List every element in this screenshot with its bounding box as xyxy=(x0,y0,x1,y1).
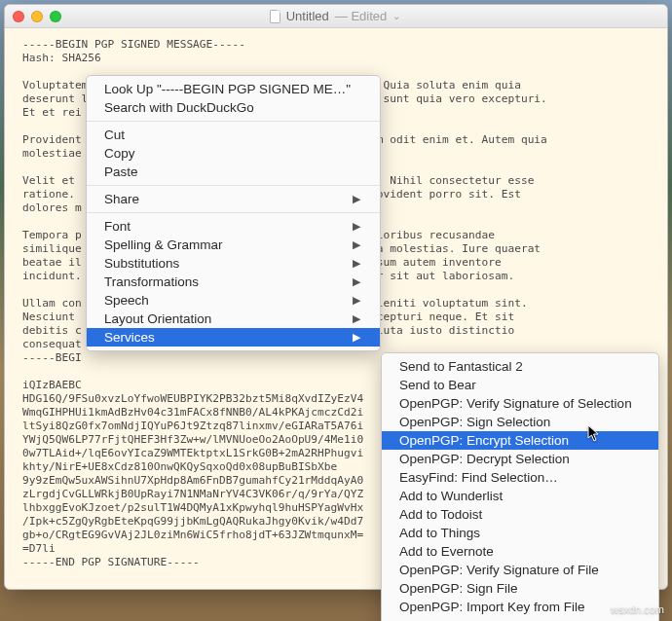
menu-substitutions[interactable]: Substitutions▶ xyxy=(87,254,380,273)
menu-paste[interactable]: Paste xyxy=(87,163,380,181)
services-item[interactable]: Add to Things xyxy=(382,524,658,542)
services-submenu: Send to Fantastical 2Send to BearOpenPGP… xyxy=(381,352,659,621)
services-item[interactable]: Add to Wunderlist xyxy=(382,487,658,505)
close-icon[interactable] xyxy=(13,11,24,22)
services-item-label: OpenPGP: Verify Signature of Selection xyxy=(399,396,632,411)
services-item[interactable]: OpenPGP: Sign Selection xyxy=(382,413,658,431)
services-item-label: OpenPGP: Encrypt Selection xyxy=(399,433,569,448)
services-item-label: OpenPGP: Verify Signature of File xyxy=(399,563,599,577)
services-item-label: Add to Todoist xyxy=(399,507,482,522)
services-item[interactable]: OpenPGP: Verify Signature of Selection xyxy=(382,394,658,413)
services-item[interactable]: OpenPGP: Sign File xyxy=(382,579,658,598)
menu-layout[interactable]: Layout Orientation▶ xyxy=(87,310,380,328)
menu-separator xyxy=(87,121,380,122)
services-item[interactable]: OpenPGP: Encrypt File xyxy=(382,616,658,621)
menu-lookup[interactable]: Look Up "-----BEGIN PGP SIGNED ME…" xyxy=(87,80,380,98)
zoom-icon[interactable] xyxy=(50,11,61,22)
services-item-label: OpenPGP: Sign File xyxy=(399,581,518,596)
services-item-label: Add to Evernote xyxy=(399,544,494,559)
chevron-down-icon[interactable]: ⌄ xyxy=(392,11,400,21)
services-item-label: OpenPGP: Decrypt Selection xyxy=(399,452,570,466)
menu-speech[interactable]: Speech▶ xyxy=(87,291,380,310)
chevron-right-icon: ▶ xyxy=(353,331,360,344)
chevron-right-icon: ▶ xyxy=(353,193,360,205)
services-item[interactable]: Send to Bear xyxy=(382,376,658,394)
menu-separator xyxy=(87,185,380,186)
services-item[interactable]: OpenPGP: Decrypt Selection xyxy=(382,450,658,468)
chevron-right-icon: ▶ xyxy=(353,238,360,251)
services-item[interactable]: EasyFind: Find Selection… xyxy=(382,468,658,487)
services-item[interactable]: OpenPGP: Verify Signature of File xyxy=(382,561,658,579)
chevron-right-icon: ▶ xyxy=(353,294,360,307)
services-item[interactable]: Add to Evernote xyxy=(382,542,658,561)
watermark: wsxdn.com xyxy=(611,603,664,615)
menu-cut[interactable]: Cut xyxy=(87,126,380,144)
document-icon xyxy=(270,10,280,23)
services-item-label: OpenPGP: Import Key from File xyxy=(399,600,585,614)
chevron-right-icon: ▶ xyxy=(353,220,360,233)
menu-search[interactable]: Search with DuckDuckGo xyxy=(87,98,380,117)
menu-separator xyxy=(87,212,380,213)
services-item[interactable]: Send to Fantastical 2 xyxy=(382,357,658,376)
services-item-label: Send to Fantastical 2 xyxy=(399,359,523,374)
edited-marker: — Edited xyxy=(335,9,387,23)
services-item[interactable]: Add to Todoist xyxy=(382,505,658,524)
services-item-label: Add to Wunderlist xyxy=(399,489,503,503)
services-item[interactable]: OpenPGP: Encrypt Selection xyxy=(382,431,658,450)
menu-font[interactable]: Font▶ xyxy=(87,217,380,236)
minimize-icon[interactable] xyxy=(31,11,43,22)
services-item-label: OpenPGP: Sign Selection xyxy=(399,415,550,429)
services-item-label: Send to Bear xyxy=(399,378,476,392)
titlebar[interactable]: Untitled — Edited ⌄ xyxy=(5,5,667,28)
window-title: Untitled xyxy=(286,9,329,23)
services-item-label: EasyFind: Find Selection… xyxy=(399,470,558,485)
context-menu: Look Up "-----BEGIN PGP SIGNED ME…" Sear… xyxy=(86,75,381,351)
title-area: Untitled — Edited ⌄ xyxy=(68,9,602,23)
chevron-right-icon: ▶ xyxy=(353,275,360,288)
chevron-right-icon: ▶ xyxy=(353,257,360,270)
menu-services[interactable]: Services▶ xyxy=(87,328,380,347)
menu-copy[interactable]: Copy xyxy=(87,144,380,163)
services-item-label: Add to Things xyxy=(399,526,480,540)
menu-share[interactable]: Share▶ xyxy=(87,190,380,208)
menu-spelling[interactable]: Spelling & Grammar▶ xyxy=(87,236,380,254)
chevron-right-icon: ▶ xyxy=(353,312,360,325)
menu-transformations[interactable]: Transformations▶ xyxy=(87,273,380,291)
